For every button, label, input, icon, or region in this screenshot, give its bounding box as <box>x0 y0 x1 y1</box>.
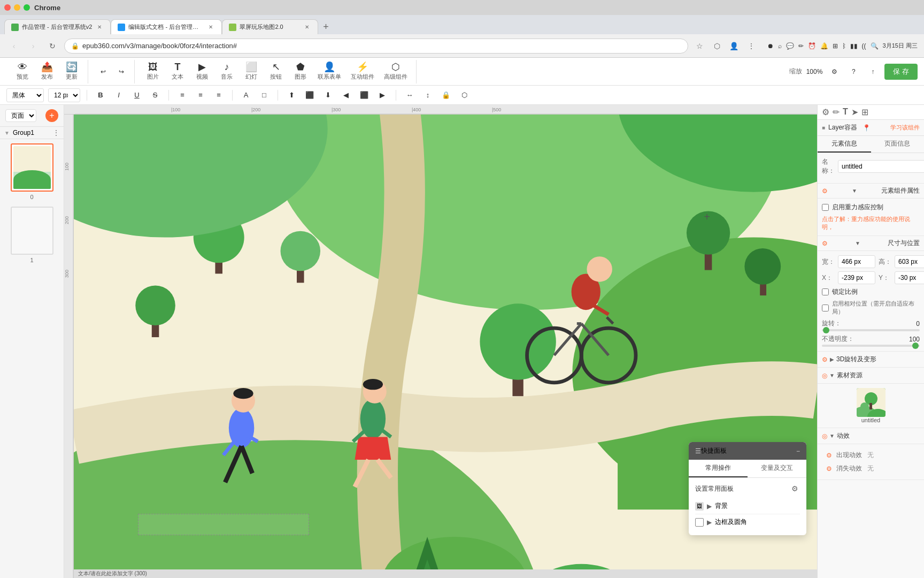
align-top-button[interactable]: ⬆ <box>284 88 298 102</box>
bookmark-button[interactable]: ☆ <box>692 39 707 54</box>
align-left-button[interactable]: ≡ <box>175 88 189 102</box>
qp-collapse-btn[interactable]: − <box>796 447 800 455</box>
border-expand-arrow[interactable]: ▶ <box>707 519 712 526</box>
publish-button[interactable]: 📤 发布 <box>35 60 59 83</box>
close-button[interactable] <box>4 4 11 11</box>
help-button[interactable]: ? <box>846 64 861 79</box>
effects-header[interactable]: ◎ ▼ 动效 <box>818 428 924 444</box>
set-panel-gear[interactable]: ⚙ <box>789 483 800 494</box>
insert-image-button[interactable]: 🖼 图片 <box>141 60 165 83</box>
rp-pen-icon[interactable]: ✏ <box>833 107 840 117</box>
y-input[interactable] <box>895 271 924 284</box>
align-bottom-button[interactable]: ⬇ <box>321 88 335 102</box>
bold-button[interactable]: B <box>94 88 107 102</box>
profile-button[interactable]: 👤 <box>727 39 742 54</box>
tab-close-0[interactable]: ✕ <box>95 23 104 32</box>
tab-close-1[interactable]: ✕ <box>206 23 215 32</box>
strikethrough-button[interactable]: S <box>148 88 162 102</box>
learn-link[interactable]: 学习该组件 <box>890 124 920 132</box>
gravity-checkbox-row[interactable]: 启用重力感应控制 <box>822 203 920 212</box>
assets-header[interactable]: ◎ ▼ 素材资源 <box>818 368 924 384</box>
align-center2-button[interactable]: ⬛ <box>357 88 371 102</box>
lock-button[interactable]: 🔒 <box>439 88 453 102</box>
rp-settings-icon[interactable]: ⚙ <box>822 107 829 117</box>
3d-transform-header[interactable]: ⚙ ▶ 3D旋转及变形 <box>818 352 924 368</box>
insert-button-button[interactable]: ↖ 按钮 <box>264 60 288 83</box>
opacity-slider[interactable] <box>822 345 920 347</box>
distribute-v-button[interactable]: ↕ <box>421 88 435 102</box>
tab-0[interactable]: 作品管理 - 后台管理系统v2 ✕ <box>4 19 111 34</box>
underline-button[interactable]: U <box>130 88 144 102</box>
font-size-select[interactable]: 12 px <box>48 88 80 102</box>
insert-contact-button[interactable]: 👤 联系表单 <box>313 60 345 83</box>
name-input[interactable] <box>838 160 924 173</box>
insert-video-button[interactable]: ▶ 视频 <box>190 60 214 83</box>
tab-element-info[interactable]: 元素信息 <box>818 136 871 153</box>
page-selector[interactable]: 页面 <box>5 109 36 122</box>
relative-pos-row[interactable]: 启用相对位置（需开启自适应布局） <box>822 300 920 316</box>
insert-text-button[interactable]: T 文本 <box>166 60 189 83</box>
insert-slide-button[interactable]: ⬜ 幻灯 <box>240 60 263 83</box>
browser-menu-button[interactable]: ⋮ <box>744 39 759 54</box>
height-input[interactable] <box>895 255 924 268</box>
rp-table-icon[interactable]: ⊞ <box>861 107 868 117</box>
page-item-0[interactable]: 0 <box>4 143 59 200</box>
update-button[interactable]: 🔄 更新 <box>60 60 83 83</box>
undo-button[interactable]: ↩ <box>95 60 112 83</box>
fullscreen-button[interactable] <box>24 4 30 11</box>
preview-button[interactable]: 👁 预览 <box>11 60 34 83</box>
background-expand-arrow[interactable]: ▶ <box>707 503 712 510</box>
qp-drag-icon[interactable]: ☰ <box>695 447 701 455</box>
page-item-1[interactable]: 1 <box>4 207 59 263</box>
align-center-button[interactable]: ≡ <box>194 88 207 102</box>
tab-1[interactable]: 编辑版式文档 - 后台管理系统 ✕ <box>111 19 222 34</box>
rotation-slider[interactable] <box>822 329 920 331</box>
align-left2-button[interactable]: ◀ <box>339 88 353 102</box>
relative-pos-checkbox[interactable] <box>822 305 829 311</box>
size-pos-header[interactable]: ⚙ ▼ 尺寸与位置 <box>818 236 924 251</box>
qp-border-item[interactable]: ▶ 边框及圆角 <box>695 514 800 530</box>
qp-tab-variables[interactable]: 变量及交互 <box>748 460 806 477</box>
add-page-button[interactable]: + <box>45 109 58 122</box>
qp-background-item[interactable]: 🖼 ▶ 背景 <box>695 498 800 514</box>
tab-close-2[interactable]: ✕ <box>303 23 311 32</box>
forward-button[interactable]: › <box>26 39 41 54</box>
align-right-button[interactable]: ≡ <box>212 88 226 102</box>
group-button[interactable]: ⬡ <box>457 88 471 102</box>
gravity-link[interactable]: 点击了解：重力感应功能的使用说明， <box>822 216 910 230</box>
extensions-button[interactable]: ⬡ <box>710 39 725 54</box>
insert-music-button[interactable]: ♪ 音乐 <box>215 60 238 83</box>
distribute-h-button[interactable]: ↔ <box>403 88 417 102</box>
font-select[interactable]: 黑体 <box>6 88 44 102</box>
insert-advanced-button[interactable]: ⬡ 高级组件 <box>380 60 412 83</box>
group-menu-icon[interactable]: ⋮ <box>53 129 59 136</box>
redo-button[interactable]: ↪ <box>113 60 130 83</box>
lock-ratio-checkbox[interactable] <box>822 288 829 295</box>
lock-ratio-row[interactable]: 锁定比例 <box>822 287 920 296</box>
gravity-checkbox[interactable] <box>822 204 829 211</box>
settings-button[interactable]: ⚙ <box>827 64 842 79</box>
align-middle-button[interactable]: ⬛ <box>303 88 317 102</box>
insert-shape-button[interactable]: ⬟ 图形 <box>289 60 312 83</box>
minimize-button[interactable] <box>14 4 20 11</box>
reload-button[interactable]: ↻ <box>45 39 60 54</box>
text-color-button[interactable]: A <box>239 88 253 102</box>
x-input[interactable] <box>838 271 875 284</box>
insert-interactive-button[interactable]: ⚡ 互动组件 <box>346 60 379 83</box>
element-props-header[interactable]: ⚙ ▼ 元素组件属性 <box>818 184 924 199</box>
url-bar[interactable]: 🔒 epub360.com/v3/manage/book/0forz4/inte… <box>64 39 688 54</box>
share-button[interactable]: ↑ <box>865 64 880 79</box>
italic-button[interactable]: I <box>112 88 126 102</box>
align-right2-button[interactable]: ▶ <box>375 88 389 102</box>
tab-page-info[interactable]: 页面信息 <box>871 136 925 153</box>
bg-color-button[interactable]: □ <box>257 88 271 102</box>
width-input[interactable] <box>838 255 875 268</box>
new-tab-button[interactable]: + <box>318 19 333 34</box>
rp-text-icon[interactable]: T <box>843 107 848 117</box>
traffic-lights[interactable] <box>4 4 30 11</box>
qp-tab-common[interactable]: 常用操作 <box>689 460 748 477</box>
tab-2[interactable]: 翠屏玩乐地图2.0 ✕ <box>222 19 318 34</box>
rp-arrow-icon[interactable]: ➤ <box>851 107 858 117</box>
save-button[interactable]: 保 存 <box>884 64 918 80</box>
back-button[interactable]: ‹ <box>6 39 21 54</box>
